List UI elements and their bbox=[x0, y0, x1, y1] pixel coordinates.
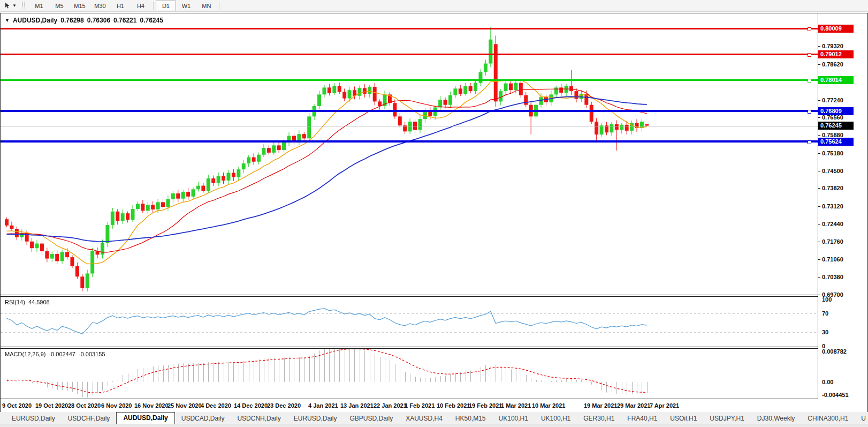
chart-high-value: 0.76306 bbox=[87, 17, 110, 24]
timeframe-m1[interactable]: M1 bbox=[29, 1, 49, 11]
date-tick-label: 19 Mar 2021 bbox=[584, 402, 617, 409]
cursor-arrow-icon bbox=[4, 2, 11, 9]
tab-usdcad-daily[interactable]: USDCAD,Daily bbox=[175, 414, 231, 424]
toolbar-separator bbox=[219, 2, 219, 10]
macd-axis-label: 0.00 bbox=[822, 379, 833, 385]
price-level-line-0.79012[interactable] bbox=[1, 54, 818, 55]
timeframe-m30[interactable]: M30 bbox=[90, 1, 110, 11]
date-tick-label: 13 Jan 2021 bbox=[340, 402, 374, 409]
date-tick-label: 1 Feb 2021 bbox=[405, 402, 435, 409]
price-level-line-0.75624[interactable] bbox=[1, 140, 818, 143]
date-tick-label: 28 Oct 2020 bbox=[68, 402, 101, 409]
rsi-axis-label: 30 bbox=[822, 329, 828, 335]
tab-xauusd-h4[interactable]: XAUUSD,H4 bbox=[399, 414, 449, 424]
price-level-badge: 0.75624 bbox=[818, 138, 854, 146]
date-tick-label: 10 Feb 2021 bbox=[437, 402, 470, 409]
date-tick-label: 19 Oct 2020 bbox=[35, 402, 68, 409]
tab-uk100-h1[interactable]: UK100,H1 bbox=[492, 414, 535, 424]
chart-open-value: 0.76298 bbox=[60, 17, 83, 24]
timeframe-m5[interactable]: M5 bbox=[49, 1, 70, 11]
timeframe-w1[interactable]: W1 bbox=[176, 1, 196, 11]
price-level-line-0.78014[interactable] bbox=[1, 79, 818, 81]
cursor-tool-button[interactable]: ▼ bbox=[2, 1, 19, 11]
timeframe-d1[interactable]: D1 bbox=[156, 1, 176, 11]
chart-tab-bar: EURUSD,DailyUSDCHF,DailyAUDUSD,DailyUSDC… bbox=[0, 412, 868, 424]
price-tick-label: 0.78620 bbox=[822, 62, 843, 68]
tab-dj30-weekly[interactable]: DJ30,Weekly bbox=[751, 414, 801, 424]
rsi-indicator-name: RSI(14) bbox=[5, 299, 25, 305]
date-tick-label: 4 Dec 2020 bbox=[201, 402, 231, 409]
tab-u[interactable]: U bbox=[855, 414, 868, 424]
timeframe-toolbar: ▼ M1M5M15M30H1H4D1W1MN bbox=[0, 0, 868, 12]
tab-eurusd-daily[interactable]: EURUSD,Daily bbox=[5, 414, 62, 424]
price-tick-label: 0.71060 bbox=[822, 257, 843, 263]
rsi-axis-label: 70 bbox=[822, 311, 828, 317]
rsi-chart-canvas[interactable] bbox=[1, 297, 818, 347]
date-tick-label: 14 Dec 2020 bbox=[234, 402, 268, 409]
chart-low-value: 0.76221 bbox=[113, 17, 136, 24]
tab-eurusd-daily[interactable]: EURUSD,Daily bbox=[287, 414, 344, 424]
macd-indicator-name: MACD(12,26,9) bbox=[5, 351, 45, 357]
macd-indicator-value: -0.002447 bbox=[49, 351, 75, 357]
tab-usdcnh-daily[interactable]: USDCNH,Daily bbox=[231, 414, 287, 424]
price-level-handle[interactable] bbox=[808, 79, 811, 83]
toolbar-separator bbox=[153, 2, 154, 10]
date-tick-label: 4 Jan 2021 bbox=[308, 402, 338, 409]
price-level-badge: 0.78014 bbox=[818, 76, 854, 84]
tab-uk100-h1[interactable]: UK100,H1 bbox=[535, 414, 577, 424]
price-level-handle[interactable] bbox=[808, 140, 811, 144]
price-tick-label: 0.71760 bbox=[822, 239, 843, 245]
rsi-axis-label: 100 bbox=[822, 297, 832, 303]
price-tick-label: 0.77240 bbox=[822, 98, 843, 103]
symbol-caret-icon: ▼ bbox=[5, 18, 10, 23]
macd-pane[interactable]: MACD(12,26,9) -0.002447 -0.003155 bbox=[1, 348, 818, 399]
chart-symbol: AUDUSD,Daily bbox=[13, 17, 57, 24]
tab-china300-h1[interactable]: CHINA300,H1 bbox=[801, 414, 855, 424]
date-tick-label: 22 Jan 2021 bbox=[374, 402, 407, 409]
price-tick-label: 0.73820 bbox=[822, 185, 843, 191]
price-tick-label: 0.74500 bbox=[822, 168, 843, 174]
date-tick-label: 10 Mar 2021 bbox=[532, 402, 565, 409]
price-level-line-0.76809[interactable] bbox=[1, 110, 818, 112]
bid-price-line bbox=[1, 126, 818, 126]
price-tick-label: 0.73120 bbox=[822, 204, 843, 209]
price-tick-label: 0.72440 bbox=[822, 221, 843, 227]
price-tick-label: 0.75180 bbox=[822, 151, 843, 156]
trading-terminal: { "toolbar": { "timeframes": ["M1","M5",… bbox=[0, 0, 868, 427]
price-level-line-0.80009[interactable] bbox=[1, 28, 818, 29]
date-tick-label: 6 Nov 2020 bbox=[101, 402, 132, 409]
timeframe-buttons: M1M5M15M30H1H4D1W1MN bbox=[29, 1, 222, 11]
tab-usdjpy-h1[interactable]: USDJPY,H1 bbox=[703, 414, 750, 424]
timeframe-mn[interactable]: MN bbox=[196, 1, 217, 11]
chart-close-value: 0.76245 bbox=[140, 17, 163, 24]
price-level-badge: 0.76809 bbox=[818, 107, 854, 115]
macd-axis-label: -0.004451 bbox=[822, 392, 849, 398]
price-level-badge: 0.80009 bbox=[818, 25, 854, 33]
tab-usoil-h1[interactable]: USOil,H1 bbox=[664, 414, 703, 424]
tab-usdchf-daily[interactable]: USDCHF,Daily bbox=[62, 414, 117, 424]
price-tick-label: 0.70380 bbox=[822, 274, 843, 280]
rsi-label: RSI(14) 44.5908 bbox=[5, 299, 50, 305]
date-tick-label: 23 Dec 2020 bbox=[267, 402, 301, 409]
tab-fra40-h1[interactable]: FRA40,H1 bbox=[621, 414, 664, 424]
price-tick-label: 0.76560 bbox=[822, 115, 843, 121]
tab-hk50-m15[interactable]: HK50,M15 bbox=[449, 414, 492, 424]
timeframe-h1[interactable]: H1 bbox=[110, 1, 131, 11]
timeframe-h4[interactable]: H4 bbox=[131, 1, 151, 11]
chevron-down-icon: ▼ bbox=[12, 4, 17, 8]
rsi-pane[interactable]: RSI(14) 44.5908 bbox=[1, 296, 818, 347]
tab-ger30-h1[interactable]: GER30,H1 bbox=[577, 414, 621, 424]
macd-label: MACD(12,26,9) -0.002447 -0.003155 bbox=[5, 351, 105, 357]
price-level-handle[interactable] bbox=[808, 110, 811, 114]
chart-title: ▼ AUDUSD,Daily 0.76298 0.76306 0.76221 0… bbox=[5, 17, 163, 24]
candlestick-chart-canvas[interactable] bbox=[1, 13, 818, 295]
macd-chart-canvas[interactable] bbox=[1, 349, 818, 399]
timeframe-m15[interactable]: M15 bbox=[70, 1, 90, 11]
price-pane[interactable]: ▼ AUDUSD,Daily 0.76298 0.76306 0.76221 0… bbox=[1, 13, 818, 295]
toolbar-drag-handle[interactable] bbox=[22, 2, 25, 10]
price-level-handle[interactable] bbox=[808, 53, 811, 57]
tab-audusd-daily[interactable]: AUDUSD,Daily bbox=[116, 412, 174, 424]
bottom-strip bbox=[0, 424, 868, 427]
tab-gbpusd-daily[interactable]: GBPUSD,Daily bbox=[343, 414, 399, 424]
price-level-handle[interactable] bbox=[808, 27, 811, 31]
